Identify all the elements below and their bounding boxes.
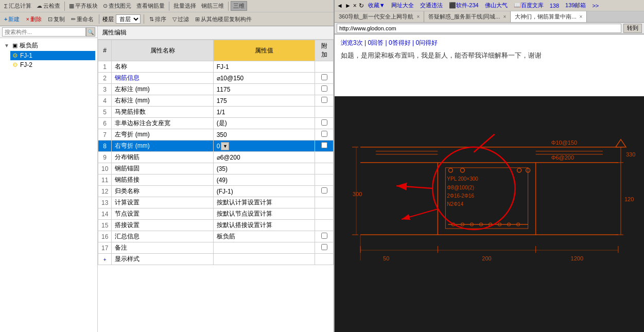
floor-select[interactable]: 首层 xyxy=(116,14,141,24)
tree-item-fj1[interactable]: ⚙ FJ-1 xyxy=(10,51,95,60)
search-input[interactable] xyxy=(2,27,86,37)
row-propname[interactable]: 钢筋信息 xyxy=(112,73,213,84)
browser-forward-btn[interactable]: ► xyxy=(345,2,351,9)
batch-button[interactable]: 批量选择 xyxy=(171,2,198,10)
sep5 xyxy=(144,14,144,24)
browser-back-btn[interactable]: ◄ xyxy=(337,2,343,9)
tab-close-dashen[interactable]: × xyxy=(580,14,583,20)
browser-tab-360[interactable]: 360导航_新一代安全上网导航 × xyxy=(335,11,424,22)
3d-button[interactable]: 三维 xyxy=(231,1,247,11)
table-row: +显示样式 xyxy=(98,254,334,265)
row-add[interactable] xyxy=(315,231,334,242)
row-value[interactable]: (49) xyxy=(213,174,315,186)
row-value[interactable]: 按默认搭接设置计算 xyxy=(213,220,315,231)
copy-from-button[interactable]: ⊞ 从其他楼层复制构件 xyxy=(193,15,254,24)
row-add[interactable] xyxy=(315,95,334,107)
row-value[interactable]: 按默认节点设置计算 xyxy=(213,208,315,220)
row-value[interactable]: ⌀10@150 xyxy=(213,73,315,84)
browser-go-btn[interactable]: 转到 xyxy=(623,24,642,33)
row-value[interactable]: 175 xyxy=(213,95,315,107)
row-add[interactable] xyxy=(315,242,334,254)
row-add[interactable] xyxy=(315,84,334,95)
row-value[interactable]: (FJ-1) xyxy=(213,186,315,197)
board-icon: ▣ xyxy=(12,42,18,49)
browser-refresh-btn[interactable]: ↻ xyxy=(359,2,364,9)
add-checkbox[interactable] xyxy=(321,142,327,148)
search-button[interactable]: 🔍 xyxy=(86,27,95,37)
tree-item-board-rebar[interactable]: ▼ ▣ 板负筋 xyxy=(2,40,95,51)
row-expand-icon[interactable]: + xyxy=(103,257,107,263)
table-row: 11钢筋搭接(49) xyxy=(98,174,334,186)
row-value[interactable]: (是) xyxy=(213,118,315,129)
browser-url-row: 转到 xyxy=(335,23,644,34)
row-num: 4 xyxy=(98,95,112,107)
copy-button[interactable]: ⊡ 复制 xyxy=(46,15,67,24)
browser-tab-dashen[interactable]: 大神们，钢筋算量中南... × xyxy=(511,11,587,22)
dropdown-btn[interactable]: ▼ xyxy=(221,142,229,150)
rename-button[interactable]: ✏ 重命名 xyxy=(69,15,96,24)
browser-more-link[interactable]: >> xyxy=(590,3,601,9)
filter-button[interactable]: ▽ 过滤 xyxy=(170,15,191,24)
row-propname: 显示样式 xyxy=(112,254,213,265)
delete-icon: × xyxy=(26,16,29,22)
browser-netaddr-link[interactable]: 网址大全 xyxy=(389,2,416,9)
browser-139-link[interactable]: 139邮箱 xyxy=(563,2,588,9)
browser-tab-answer[interactable]: 答疑解惑_服务新干线|同城... × xyxy=(424,11,511,22)
add-checkbox[interactable] xyxy=(321,187,327,194)
add-checkbox[interactable] xyxy=(321,74,327,80)
browser-traffic-link[interactable]: 交通违法 xyxy=(418,2,445,9)
sort-icon: ⇅ xyxy=(149,16,154,23)
tree-item-fj2[interactable]: ⚙ FJ-2 xyxy=(10,60,95,69)
row-value[interactable]: 按默认计算设置计算 xyxy=(213,197,315,208)
row-value[interactable] xyxy=(213,242,315,254)
svg-text:Φ10@150: Φ10@150 xyxy=(551,139,578,146)
row-add[interactable] xyxy=(315,73,334,84)
table-row: 13计算设置按默认计算设置计算 xyxy=(98,197,334,208)
url-input[interactable] xyxy=(337,24,621,33)
question-stats: 浏览3次 | 0回答 | 0答得好 | 0问得好 xyxy=(341,39,638,47)
add-checkbox[interactable] xyxy=(321,131,327,137)
row-num: 7 xyxy=(98,129,112,141)
row-value[interactable]: ⌀6@200 xyxy=(213,152,315,163)
row-propname: 归类名称 xyxy=(112,186,213,197)
table-row: 16汇总信息板负筋 xyxy=(98,231,334,242)
find-shape-button[interactable]: ⊙ 查找图元 xyxy=(101,2,133,10)
svg-text:2Φ16-2Φ16: 2Φ16-2Φ16 xyxy=(447,193,474,199)
delete-button[interactable]: × 删除 xyxy=(24,15,43,24)
row-add[interactable] xyxy=(315,186,334,197)
rebar3d-button[interactable]: 钢筋三维 xyxy=(199,2,226,10)
row-value[interactable]: 1175 xyxy=(213,84,315,95)
browser-fav-link[interactable]: 收藏▼ xyxy=(366,2,387,9)
view-rebar-button[interactable]: 查看钢筋量 xyxy=(134,2,167,10)
filter-icon: ▽ xyxy=(172,16,177,23)
add-checkbox[interactable] xyxy=(321,119,327,126)
row-add[interactable] xyxy=(315,141,334,152)
row-value[interactable]: 1/1 xyxy=(213,107,315,118)
row-value[interactable]: 350 xyxy=(213,129,315,141)
row-value[interactable] xyxy=(213,254,315,265)
add-checkbox[interactable] xyxy=(321,233,327,239)
row-propname: 搭接设置 xyxy=(112,220,213,231)
row-value[interactable]: (35) xyxy=(213,163,315,174)
row-value[interactable]: 0▼ xyxy=(213,141,315,152)
tab-close-360[interactable]: × xyxy=(416,14,420,20)
browser-baidu-link[interactable]: 📖百度文库 xyxy=(512,2,546,9)
cloud-button[interactable]: ☁ 云检查 xyxy=(34,2,62,10)
row-add[interactable] xyxy=(315,129,334,141)
tree-content: ▼ ▣ 板负筋 ⚙ FJ-1 ⚙ FJ-2 xyxy=(0,38,97,332)
add-checkbox[interactable] xyxy=(321,97,327,103)
row-add[interactable] xyxy=(315,118,334,129)
browser-stop-btn[interactable]: × xyxy=(353,2,357,9)
browser-weather-link[interactable]: 佛山大气 xyxy=(483,2,510,9)
sort-button[interactable]: ⇅ 排序 xyxy=(147,15,168,24)
sum-button[interactable]: Σ 汇总计算 xyxy=(2,2,33,10)
browser-138-link[interactable]: 138 xyxy=(548,3,561,9)
flatten-button[interactable]: ▦ 平齐板块 xyxy=(67,2,100,10)
tab-close-answer[interactable]: × xyxy=(503,14,506,20)
browser-software-link[interactable]: ⬛软件-234 xyxy=(447,2,481,9)
add-checkbox[interactable] xyxy=(321,244,327,250)
row-value[interactable]: FJ-1 xyxy=(213,61,315,73)
add-checkbox[interactable] xyxy=(321,85,327,92)
new-button[interactable]: + 新建 xyxy=(2,15,22,24)
row-value[interactable]: 板负筋 xyxy=(213,231,315,242)
